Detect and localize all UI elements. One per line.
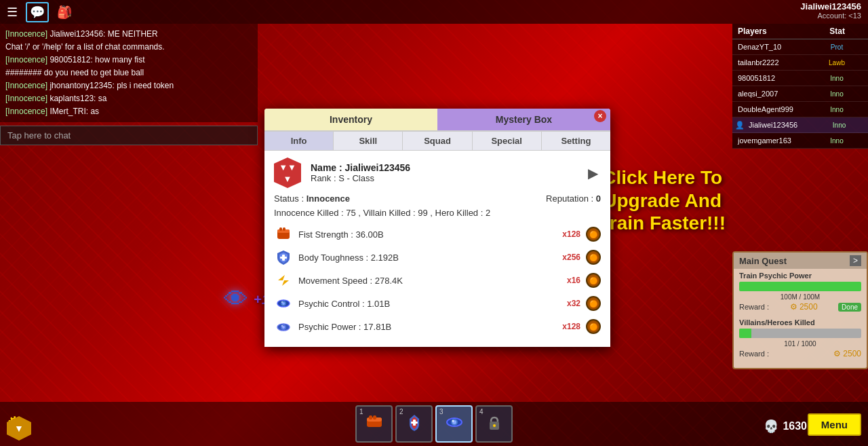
player-badge-bottom: ▼ bbox=[7, 416, 31, 441]
fist-boost-button[interactable]: 🟠 bbox=[586, 227, 601, 242]
chat-toggle-icon[interactable]: 💬 bbox=[26, 2, 49, 22]
stat-psychic-control: Psychic Control : 1.01B x32 🟠 bbox=[274, 294, 601, 313]
forward-arrow[interactable]: ▶ bbox=[585, 162, 601, 184]
gold-amount: 1630 bbox=[783, 420, 807, 432]
hamburger-icon[interactable]: ☰ bbox=[7, 5, 18, 20]
psychic-control-icon bbox=[274, 294, 293, 313]
close-button[interactable]: × bbox=[594, 110, 606, 122]
psychic-control-boost-button[interactable]: 🟠 bbox=[586, 296, 601, 311]
player-status: Lawb bbox=[808, 58, 865, 68]
toughness-boost-button[interactable]: 🟠 bbox=[586, 250, 601, 265]
sub-tab-skill[interactable]: Skill bbox=[334, 132, 403, 150]
player-row: DenazYT_10 Prot bbox=[732, 39, 868, 55]
kill-stats: Innocence Killed : 75 , Villain Killed :… bbox=[274, 208, 601, 218]
panel-content: ▼▼ ▼ Name : Jialiwei123456 Rank : S - Cl… bbox=[264, 151, 610, 347]
rank-badge: ▼▼ ▼ bbox=[274, 157, 301, 188]
chat-panel: [Innocence] Jialiwei123456: ME NEITHER C… bbox=[0, 24, 258, 122]
quest-panel: Main Quest > Train Psychic Power 100M / … bbox=[732, 251, 868, 369]
menu-button[interactable]: Menu bbox=[808, 413, 861, 436]
fist-icon bbox=[274, 225, 293, 244]
panel-tabs-top: Inventory Mystery Box × bbox=[264, 109, 610, 132]
player-info-row: ▼▼ ▼ Name : Jialiwei123456 Rank : S - Cl… bbox=[274, 157, 601, 188]
chat-messages: [Innocence] Jialiwei123456: ME NEITHER C… bbox=[5, 28, 252, 117]
player-row: tailanbr2222 Lawb bbox=[732, 55, 868, 71]
quest-title: Main Quest bbox=[739, 256, 787, 266]
player-display-name: Name : Jialiwei123456 bbox=[311, 162, 585, 173]
player-row: 980051812 Inno bbox=[732, 71, 868, 86]
svg-rect-16 bbox=[369, 415, 372, 420]
player-status: Inno bbox=[808, 89, 865, 99]
psychic-power-boost-button[interactable]: 🟠 bbox=[586, 319, 601, 334]
chat-message: [Innocence] jhonantony12345: pls i need … bbox=[5, 79, 252, 92]
player-row: aleqsi_2007 Inno bbox=[732, 86, 868, 102]
svg-rect-2 bbox=[279, 227, 282, 231]
svg-rect-17 bbox=[373, 415, 376, 420]
hotbar-slot-2[interactable]: 2 bbox=[395, 405, 433, 443]
svg-rect-5 bbox=[280, 257, 287, 259]
account-sub: Account: <13 bbox=[800, 12, 861, 20]
stat-movement-speed: Movement Speed : 278.4K x16 🟠 bbox=[274, 271, 601, 290]
top-bar: ☰ 💬 🎒 Jialiwei123456 Account: <13 bbox=[0, 0, 868, 24]
shield-stat-icon bbox=[274, 248, 293, 267]
quest-done-badge: Done bbox=[838, 303, 861, 312]
chat-message: ######## do you need to get blue ball bbox=[5, 67, 252, 79]
speed-icon bbox=[274, 271, 293, 290]
tab-inventory[interactable]: Inventory bbox=[264, 109, 437, 130]
players-col-header: Players bbox=[732, 24, 806, 39]
quest-expand-button[interactable]: > bbox=[850, 255, 861, 266]
quest-fill-2 bbox=[739, 329, 751, 338]
chat-message: [Innocence] IMert_TRI: as bbox=[5, 105, 252, 117]
svg-rect-3 bbox=[283, 227, 285, 231]
chat-input[interactable]: Tap here to chat bbox=[0, 126, 258, 145]
sub-tab-squad[interactable]: Squad bbox=[403, 132, 472, 150]
player-rank: Rank : S - Class bbox=[311, 173, 585, 183]
bottom-bar: ⚙ ▼ 1 2 bbox=[0, 402, 868, 446]
stat-col-header: Stat bbox=[806, 24, 868, 39]
player-row: DoubleAgent999 Inno bbox=[732, 102, 868, 117]
inventory-panel: Inventory Mystery Box × Info Skill Squad… bbox=[264, 109, 610, 347]
chat-message: [Innocence] 980051812: how many fist bbox=[5, 54, 252, 66]
quest-item-1: Train Psychic Power 100M / 100M Reward :… bbox=[734, 269, 867, 316]
speed-boost-button[interactable]: 🟠 bbox=[586, 273, 601, 288]
player-row-self: 👤 Jialiwei123456 Inno bbox=[732, 117, 868, 133]
upgrade-prompt: Click Here ToUpgrade AndTrain Faster!!! bbox=[599, 166, 726, 235]
player-status: Inno bbox=[813, 120, 865, 130]
stat-fist-strength: Fist Strength : 36.00B x128 🟠 bbox=[274, 225, 601, 244]
players-panel: Players Stat DenazYT_10 Prot tailanbr222… bbox=[732, 24, 868, 149]
stat-psychic-power: Psychic Power : 17.81B x128 🟠 bbox=[274, 317, 601, 336]
quest-progress-bar-2 bbox=[739, 329, 861, 338]
hotbar-slot-1[interactable]: 1 bbox=[355, 405, 393, 443]
quest-item-2: Villains/Heroes Killed 101 / 1000 Reward… bbox=[734, 316, 867, 363]
chat-message: [Innocence] kaplants123: sa bbox=[5, 92, 252, 105]
player-status: Inno bbox=[808, 105, 865, 115]
hotbar-slot-4[interactable]: 4 bbox=[475, 405, 513, 443]
account-username: Jialiwei123456 bbox=[800, 1, 861, 12]
stat-body-toughness: Body Toughness : 2.192B x256 🟠 bbox=[274, 248, 601, 267]
quest-header: Main Quest > bbox=[734, 253, 867, 269]
player-status: Prot bbox=[808, 42, 865, 52]
sub-tab-info[interactable]: Info bbox=[264, 132, 334, 150]
svg-point-13 bbox=[281, 325, 283, 327]
hotbar-slot-3[interactable]: 3 bbox=[435, 405, 473, 443]
quest-fill-1 bbox=[739, 282, 861, 291]
panel-sub-tabs: Info Skill Squad Special Setting bbox=[264, 132, 610, 151]
skull-icon: 💀 bbox=[764, 419, 778, 434]
chat-message: Chat '/' or '/help' for a list of chat c… bbox=[5, 41, 252, 53]
player-row: jovemgamer163 Inno bbox=[732, 133, 868, 149]
sub-tab-special[interactable]: Special bbox=[473, 132, 542, 150]
svg-point-9 bbox=[281, 301, 283, 303]
backpack-icon[interactable]: 🎒 bbox=[57, 5, 72, 20]
name-rank-info: Name : Jialiwei123456 Rank : S - Class bbox=[311, 162, 585, 183]
chat-message: [Innocence] Jialiwei123456: ME NEITHER bbox=[5, 28, 252, 40]
eye-symbol: 👁 bbox=[224, 285, 248, 314]
psychic-power-icon bbox=[274, 317, 293, 336]
svg-point-25 bbox=[493, 424, 496, 427]
svg-point-23 bbox=[452, 420, 454, 422]
gold-display: 💀 1630 bbox=[764, 419, 807, 434]
svg-rect-19 bbox=[411, 422, 418, 424]
tab-mystery-box[interactable]: Mystery Box bbox=[437, 109, 610, 130]
player-status: Inno bbox=[808, 73, 865, 83]
account-info: Jialiwei123456 Account: <13 bbox=[800, 1, 861, 20]
quest-progress-bar-1 bbox=[739, 282, 861, 291]
sub-tab-setting[interactable]: Setting bbox=[542, 132, 610, 150]
